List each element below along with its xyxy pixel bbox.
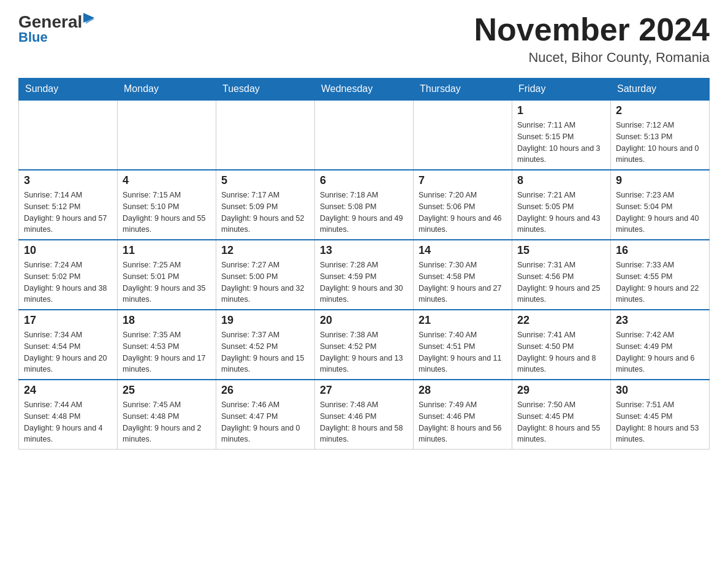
day-info: Sunrise: 7:37 AMSunset: 4:52 PMDaylight:… bbox=[221, 329, 309, 375]
calendar-cell: 3Sunrise: 7:14 AMSunset: 5:12 PMDaylight… bbox=[19, 170, 118, 240]
day-number: 12 bbox=[221, 244, 309, 257]
day-number: 19 bbox=[221, 314, 309, 327]
day-number: 25 bbox=[123, 384, 211, 397]
day-info: Sunrise: 7:23 AMSunset: 5:04 PMDaylight:… bbox=[616, 190, 704, 236]
day-number: 20 bbox=[320, 314, 408, 327]
calendar-cell: 19Sunrise: 7:37 AMSunset: 4:52 PMDayligh… bbox=[216, 310, 315, 380]
calendar-cell: 12Sunrise: 7:27 AMSunset: 5:00 PMDayligh… bbox=[216, 240, 315, 310]
weekday-header-wednesday: Wednesday bbox=[315, 79, 414, 101]
calendar-cell: 11Sunrise: 7:25 AMSunset: 5:01 PMDayligh… bbox=[118, 240, 216, 310]
calendar-cell: 27Sunrise: 7:48 AMSunset: 4:46 PMDayligh… bbox=[315, 380, 414, 450]
day-info: Sunrise: 7:45 AMSunset: 4:48 PMDaylight:… bbox=[123, 399, 211, 445]
calendar-cell bbox=[19, 100, 118, 170]
calendar-cell: 7Sunrise: 7:20 AMSunset: 5:06 PMDaylight… bbox=[414, 170, 512, 240]
weekday-header-sunday: Sunday bbox=[19, 79, 118, 101]
day-info: Sunrise: 7:31 AMSunset: 4:56 PMDaylight:… bbox=[517, 259, 605, 305]
day-number: 10 bbox=[24, 244, 112, 257]
weekday-header-monday: Monday bbox=[118, 79, 216, 101]
day-info: Sunrise: 7:33 AMSunset: 4:55 PMDaylight:… bbox=[616, 259, 704, 305]
day-number: 17 bbox=[24, 314, 112, 327]
day-info: Sunrise: 7:49 AMSunset: 4:46 PMDaylight:… bbox=[419, 399, 507, 445]
day-info: Sunrise: 7:27 AMSunset: 5:00 PMDaylight:… bbox=[221, 259, 309, 305]
calendar-cell: 26Sunrise: 7:46 AMSunset: 4:47 PMDayligh… bbox=[216, 380, 315, 450]
day-number: 8 bbox=[517, 174, 605, 187]
calendar-cell: 1Sunrise: 7:11 AMSunset: 5:15 PMDaylight… bbox=[512, 100, 611, 170]
calendar-cell: 17Sunrise: 7:34 AMSunset: 4:54 PMDayligh… bbox=[19, 310, 118, 380]
location-text: Nucet, Bihor County, Romania bbox=[474, 50, 710, 66]
day-info: Sunrise: 7:40 AMSunset: 4:51 PMDaylight:… bbox=[419, 329, 507, 375]
calendar-cell: 8Sunrise: 7:21 AMSunset: 5:05 PMDaylight… bbox=[512, 170, 611, 240]
calendar-cell: 16Sunrise: 7:33 AMSunset: 4:55 PMDayligh… bbox=[611, 240, 710, 310]
calendar-cell: 5Sunrise: 7:17 AMSunset: 5:09 PMDaylight… bbox=[216, 170, 315, 240]
day-info: Sunrise: 7:15 AMSunset: 5:10 PMDaylight:… bbox=[123, 190, 211, 236]
day-info: Sunrise: 7:38 AMSunset: 4:52 PMDaylight:… bbox=[320, 329, 408, 375]
week-row-5: 24Sunrise: 7:44 AMSunset: 4:48 PMDayligh… bbox=[19, 380, 710, 450]
calendar-cell: 15Sunrise: 7:31 AMSunset: 4:56 PMDayligh… bbox=[512, 240, 611, 310]
day-number: 2 bbox=[616, 104, 704, 117]
day-number: 26 bbox=[221, 384, 309, 397]
day-info: Sunrise: 7:14 AMSunset: 5:12 PMDaylight:… bbox=[24, 190, 112, 236]
day-number: 11 bbox=[123, 244, 211, 257]
day-info: Sunrise: 7:34 AMSunset: 4:54 PMDaylight:… bbox=[24, 329, 112, 375]
day-number: 18 bbox=[123, 314, 211, 327]
day-number: 22 bbox=[517, 314, 605, 327]
calendar-cell: 6Sunrise: 7:18 AMSunset: 5:08 PMDaylight… bbox=[315, 170, 414, 240]
logo-blue-text: Blue bbox=[18, 29, 48, 45]
day-info: Sunrise: 7:17 AMSunset: 5:09 PMDaylight:… bbox=[221, 190, 309, 236]
day-number: 29 bbox=[517, 384, 605, 397]
day-info: Sunrise: 7:25 AMSunset: 5:01 PMDaylight:… bbox=[123, 259, 211, 305]
day-number: 3 bbox=[24, 174, 112, 187]
week-row-3: 10Sunrise: 7:24 AMSunset: 5:02 PMDayligh… bbox=[19, 240, 710, 310]
day-number: 30 bbox=[616, 384, 704, 397]
day-info: Sunrise: 7:12 AMSunset: 5:13 PMDaylight:… bbox=[616, 120, 704, 166]
day-info: Sunrise: 7:50 AMSunset: 4:45 PMDaylight:… bbox=[517, 399, 605, 445]
day-number: 14 bbox=[419, 244, 507, 257]
calendar-cell: 23Sunrise: 7:42 AMSunset: 4:49 PMDayligh… bbox=[611, 310, 710, 380]
calendar-table: SundayMondayTuesdayWednesdayThursdayFrid… bbox=[18, 78, 710, 450]
day-info: Sunrise: 7:35 AMSunset: 4:53 PMDaylight:… bbox=[123, 329, 211, 375]
day-number: 6 bbox=[320, 174, 408, 187]
page-header: General Blue November 2024 Nucet, Bihor … bbox=[18, 12, 710, 66]
weekday-header-friday: Friday bbox=[512, 79, 611, 101]
day-number: 4 bbox=[123, 174, 211, 187]
calendar-cell: 29Sunrise: 7:50 AMSunset: 4:45 PMDayligh… bbox=[512, 380, 611, 450]
calendar-cell: 4Sunrise: 7:15 AMSunset: 5:10 PMDaylight… bbox=[118, 170, 216, 240]
day-info: Sunrise: 7:48 AMSunset: 4:46 PMDaylight:… bbox=[320, 399, 408, 445]
day-number: 9 bbox=[616, 174, 704, 187]
week-row-1: 1Sunrise: 7:11 AMSunset: 5:15 PMDaylight… bbox=[19, 100, 710, 170]
day-info: Sunrise: 7:18 AMSunset: 5:08 PMDaylight:… bbox=[320, 190, 408, 236]
logo: General Blue bbox=[18, 12, 97, 45]
day-number: 7 bbox=[419, 174, 507, 187]
calendar-cell: 2Sunrise: 7:12 AMSunset: 5:13 PMDaylight… bbox=[611, 100, 710, 170]
calendar-cell: 25Sunrise: 7:45 AMSunset: 4:48 PMDayligh… bbox=[118, 380, 216, 450]
calendar-cell: 14Sunrise: 7:30 AMSunset: 4:58 PMDayligh… bbox=[414, 240, 512, 310]
week-row-2: 3Sunrise: 7:14 AMSunset: 5:12 PMDaylight… bbox=[19, 170, 710, 240]
weekday-header-tuesday: Tuesday bbox=[216, 79, 315, 101]
day-info: Sunrise: 7:46 AMSunset: 4:47 PMDaylight:… bbox=[221, 399, 309, 445]
day-info: Sunrise: 7:28 AMSunset: 4:59 PMDaylight:… bbox=[320, 259, 408, 305]
calendar-cell: 20Sunrise: 7:38 AMSunset: 4:52 PMDayligh… bbox=[315, 310, 414, 380]
day-info: Sunrise: 7:21 AMSunset: 5:05 PMDaylight:… bbox=[517, 190, 605, 236]
calendar-cell: 21Sunrise: 7:40 AMSunset: 4:51 PMDayligh… bbox=[414, 310, 512, 380]
calendar-cell: 9Sunrise: 7:23 AMSunset: 5:04 PMDaylight… bbox=[611, 170, 710, 240]
calendar-cell: 22Sunrise: 7:41 AMSunset: 4:50 PMDayligh… bbox=[512, 310, 611, 380]
weekday-header-thursday: Thursday bbox=[414, 79, 512, 101]
day-info: Sunrise: 7:20 AMSunset: 5:06 PMDaylight:… bbox=[419, 190, 507, 236]
day-info: Sunrise: 7:44 AMSunset: 4:48 PMDaylight:… bbox=[24, 399, 112, 445]
day-info: Sunrise: 7:24 AMSunset: 5:02 PMDaylight:… bbox=[24, 259, 112, 305]
day-number: 16 bbox=[616, 244, 704, 257]
calendar-cell: 24Sunrise: 7:44 AMSunset: 4:48 PMDayligh… bbox=[19, 380, 118, 450]
calendar-cell: 18Sunrise: 7:35 AMSunset: 4:53 PMDayligh… bbox=[118, 310, 216, 380]
title-section: November 2024 Nucet, Bihor County, Roman… bbox=[474, 12, 710, 66]
weekday-header-saturday: Saturday bbox=[611, 79, 710, 101]
calendar-cell bbox=[315, 100, 414, 170]
day-number: 1 bbox=[517, 104, 605, 117]
weekday-header-row: SundayMondayTuesdayWednesdayThursdayFrid… bbox=[19, 79, 710, 101]
calendar-cell: 13Sunrise: 7:28 AMSunset: 4:59 PMDayligh… bbox=[315, 240, 414, 310]
day-info: Sunrise: 7:41 AMSunset: 4:50 PMDaylight:… bbox=[517, 329, 605, 375]
calendar-cell: 10Sunrise: 7:24 AMSunset: 5:02 PMDayligh… bbox=[19, 240, 118, 310]
calendar-cell bbox=[118, 100, 216, 170]
calendar-cell: 28Sunrise: 7:49 AMSunset: 4:46 PMDayligh… bbox=[414, 380, 512, 450]
day-number: 13 bbox=[320, 244, 408, 257]
month-title: November 2024 bbox=[474, 12, 710, 47]
